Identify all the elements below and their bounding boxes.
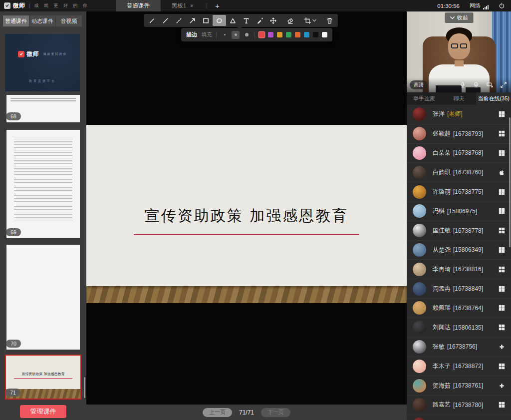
rectangle-tool[interactable] xyxy=(199,15,213,26)
color-swatch[interactable] xyxy=(304,32,309,37)
device-icon-slot xyxy=(499,150,505,156)
teacher-glasses xyxy=(450,43,469,49)
user-row[interactable]: 冯棋 [15806975] xyxy=(407,202,511,221)
next-page-button[interactable]: 下一页 xyxy=(261,408,290,417)
color-swatch[interactable] xyxy=(268,32,273,37)
webcam-icon[interactable] xyxy=(473,81,480,88)
manage-courseware-button[interactable]: 管理课件 xyxy=(20,405,66,418)
eraser-tool[interactable] xyxy=(283,15,297,26)
user-list-scrollbar[interactable] xyxy=(509,117,511,247)
size-medium[interactable] xyxy=(232,31,240,39)
weishi-app: 微师 | 成 就 更 好 的 你 普通课件 黑板1 ✕ + 01:30:56 网… xyxy=(0,0,511,420)
slide-canvas[interactable]: 宣传资助政策 加强感恩教育 xyxy=(86,125,407,303)
fullscreen-icon[interactable] xyxy=(500,81,507,88)
device-icon-slot xyxy=(499,286,505,292)
pen-tool[interactable] xyxy=(145,15,159,26)
windows-icon xyxy=(499,305,505,311)
user-row[interactable]: 贺海茹 [16738761] xyxy=(407,376,511,396)
arrow-tool[interactable] xyxy=(186,15,199,26)
fill-label[interactable]: 填充 xyxy=(201,31,212,38)
page-navigation-bar: 上一页 71/71 下一页 xyxy=(86,405,407,420)
user-id: [16738778] xyxy=(453,227,483,234)
user-row[interactable]: 路嘉艺 [16738780] xyxy=(407,396,511,415)
avatar xyxy=(413,127,426,140)
slide-wooden-floor xyxy=(86,286,407,303)
tab-separator xyxy=(207,3,207,8)
hd-quality-badge: 高清 xyxy=(410,80,428,89)
screenshot-crop-tool[interactable] xyxy=(300,15,319,26)
user-row[interactable]: 李木子 [16738872] xyxy=(407,357,511,376)
user-id: [16738816] xyxy=(453,266,483,273)
stroke-label[interactable]: 描边 xyxy=(186,31,197,38)
avatar xyxy=(413,107,426,121)
user-row[interactable]: 国佳敏 [16738778] xyxy=(407,221,511,241)
color-swatch[interactable] xyxy=(295,32,300,37)
triangle-tool[interactable] xyxy=(226,15,240,26)
brand-name: 微师 xyxy=(13,1,25,10)
user-name: 李木子 xyxy=(433,362,451,371)
user-id: [15806975] xyxy=(447,208,477,215)
marker-tool[interactable] xyxy=(253,15,266,26)
user-row[interactable]: 张敏 [16738756] xyxy=(407,338,511,357)
size-large[interactable] xyxy=(243,31,251,39)
color-swatch[interactable] xyxy=(313,32,318,37)
avatar xyxy=(413,185,426,199)
windows-icon xyxy=(499,130,505,137)
ellipse-tool[interactable] xyxy=(213,15,226,26)
user-row[interactable]: 张颖超 [16738793] xyxy=(407,124,511,144)
user-name: 许璐萌 xyxy=(433,188,451,196)
tab-normal-courseware[interactable]: 普通课件 xyxy=(116,0,161,11)
collapse-video-button[interactable]: 收起 xyxy=(445,12,473,23)
prev-page-button[interactable]: 上一页 xyxy=(203,408,232,417)
stroke-size-options xyxy=(221,31,251,39)
sidebar-tab-dynamic[interactable]: 动态课件 xyxy=(29,15,55,26)
device-icon-slot xyxy=(499,344,505,350)
sidebar-tab-av[interactable]: 音视频 xyxy=(56,15,82,26)
line-tool[interactable] xyxy=(159,15,172,26)
tab-online-users[interactable]: 当前在线(35) xyxy=(476,92,511,105)
move-tool[interactable] xyxy=(266,15,280,26)
size-small[interactable] xyxy=(221,31,229,39)
page-number-badge: 69 xyxy=(6,228,21,236)
thumbnail-page-68[interactable]: 68 xyxy=(6,95,80,122)
tab-chat[interactable]: 聊天 xyxy=(442,92,477,105)
color-swatch[interactable] xyxy=(286,32,291,37)
cover-logo-icon xyxy=(18,51,24,57)
user-row[interactable]: 刘闻达 [15806135] xyxy=(407,318,511,338)
close-tab-icon[interactable]: ✕ xyxy=(190,3,194,8)
user-row[interactable] xyxy=(407,415,511,420)
screen-share-icon[interactable] xyxy=(486,81,494,88)
microphone-icon[interactable] xyxy=(459,81,466,88)
user-row[interactable]: 白韵琪 [16738760] xyxy=(407,163,511,182)
thumbnail-page-70[interactable]: 70 xyxy=(6,245,80,350)
color-swatch[interactable] xyxy=(259,32,264,37)
user-row[interactable]: 从楚尧 [15806349] xyxy=(407,241,511,260)
windows-icon xyxy=(499,189,505,195)
windows-icon xyxy=(499,227,505,234)
text-tool[interactable] xyxy=(240,15,253,26)
user-row[interactable]: 赖佩瑶 [16738764] xyxy=(407,299,511,318)
user-row[interactable]: 周孟冉 [16738849] xyxy=(407,279,511,299)
user-row[interactable]: 张洋 [老师] xyxy=(407,105,511,124)
apple-icon xyxy=(499,169,505,176)
thumbnail-underline xyxy=(14,378,72,379)
sidebar-tab-normal[interactable]: 普通课件 xyxy=(3,15,29,26)
color-swatch[interactable] xyxy=(322,32,327,37)
thumbnail-cover[interactable]: 微师 成就更好的你 教育直播平台 xyxy=(5,34,80,91)
user-row[interactable]: 李冉琦 [16738816] xyxy=(407,260,511,279)
tab-raise-hand[interactable]: 举手连麦 xyxy=(407,92,442,105)
new-tab-button[interactable]: + xyxy=(215,1,220,10)
thumbnail-page-71-selected[interactable]: 宣传资助政策 加强感恩教育 71 xyxy=(5,355,81,400)
avatar xyxy=(413,379,426,393)
color-swatch[interactable] xyxy=(277,32,282,37)
sidebar-scrollbar[interactable] xyxy=(84,377,85,398)
right-panel: 收起 高清 xyxy=(407,11,511,420)
chevron-down-icon xyxy=(450,16,455,19)
tab-blackboard-1[interactable]: 黑板1 ✕ xyxy=(161,0,205,11)
user-row[interactable]: 许璐萌 [16738775] xyxy=(407,182,511,202)
thumbnail-page-69[interactable]: 69 xyxy=(6,130,80,238)
dashed-line-tool[interactable] xyxy=(172,15,186,26)
trash-tool[interactable] xyxy=(323,15,336,26)
power-icon[interactable] xyxy=(499,2,505,9)
user-row[interactable]: 白朵朵 [16738768] xyxy=(407,144,511,163)
